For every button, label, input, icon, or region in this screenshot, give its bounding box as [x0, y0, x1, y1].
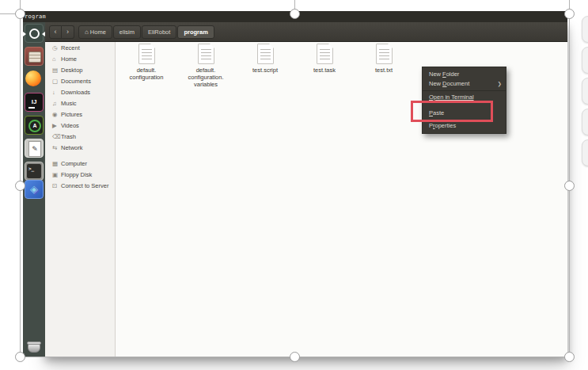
files-app-icon[interactable]: [25, 47, 44, 66]
menu-item-properties[interactable]: Properties: [423, 121, 506, 131]
breadcrumb: ⌂Home elisim EliRobot program: [78, 25, 215, 39]
sidebar-item-network[interactable]: ⇆Network: [45, 142, 115, 153]
selection-handle-middle-left[interactable]: [15, 181, 25, 191]
breadcrumb-item-elisim[interactable]: elisim: [113, 25, 141, 39]
back-button[interactable]: ‹: [49, 25, 62, 39]
text-file-icon: [257, 44, 274, 64]
toolbar-button-stub[interactable]: [582, 109, 588, 135]
breadcrumb-item-program[interactable]: program: [177, 25, 214, 39]
sidebar-item-recent[interactable]: ◷Recent: [45, 42, 115, 53]
selection-handle-top-left[interactable]: [15, 9, 25, 19]
firefox-icon[interactable]: [25, 70, 44, 89]
home-icon: ⌂: [85, 29, 89, 36]
sidebar-item-pictures[interactable]: ◉Pictures: [45, 109, 115, 120]
toolbar-button-stub[interactable]: [582, 139, 588, 166]
ubuntu-dash-icon[interactable]: [25, 24, 44, 43]
downloads-icon: ↓: [52, 89, 61, 96]
selection-handle-top-right[interactable]: [564, 9, 575, 19]
breadcrumb-item-elirobot[interactable]: EliRobot: [142, 25, 176, 39]
text-editor-icon[interactable]: ✎: [25, 139, 44, 158]
forward-button[interactable]: ›: [62, 25, 74, 39]
file-item-test-txt[interactable]: test.txt: [356, 44, 412, 88]
file-item-test-script[interactable]: test.script: [237, 44, 293, 88]
toolbar-button-stub[interactable]: [582, 16, 588, 43]
intellij-underline: [28, 107, 35, 109]
terminal-prompt-icon: >_: [27, 164, 41, 178]
cube-glyph-icon: ◈: [25, 181, 43, 198]
pictures-icon: ◉: [52, 111, 61, 118]
sidebar-item-downloads[interactable]: ↓Downloads: [45, 86, 115, 97]
window-headerbar: ‹ › ⌂Home elisim EliRobot program: [45, 22, 567, 42]
terminal-icon[interactable]: >_: [25, 162, 44, 181]
floppy-disk-icon: ▣: [52, 171, 61, 178]
server-icon: ⊡: [52, 182, 61, 189]
breadcrumb-label: Home: [90, 29, 106, 36]
launcher-dock: IJ A ✎ >_ ◈: [23, 22, 45, 357]
text-file-icon: [138, 44, 155, 64]
selection-handle-middle-right[interactable]: [564, 181, 575, 191]
annotation-highlight-box: [411, 101, 493, 122]
trash-body-icon: [28, 344, 40, 353]
computer-icon: ▦: [52, 160, 61, 167]
videos-icon: ▶: [52, 122, 61, 129]
sidebar-item-music[interactable]: ♫Music: [45, 97, 115, 109]
firefox-globe-icon: [25, 71, 41, 86]
recent-icon: ◷: [52, 44, 61, 51]
desktop-icon: ▤: [52, 67, 61, 74]
places-sidebar: ◷Recent ⌂Home ▤Desktop ▢Documents ↓Downl…: [45, 42, 116, 357]
selection-handle-bottom-right[interactable]: [564, 352, 575, 362]
ubuntu-ring-icon: [29, 29, 40, 39]
menu-separator: [423, 90, 506, 91]
selection-handle-top-center[interactable]: [290, 9, 300, 19]
trash-icon: ⌫: [52, 133, 61, 140]
screenshot-canvas: rogram IJ A ✎ >_ ◈ ‹ › ⌂Home elisim E: [0, 0, 588, 370]
file-item-test-task[interactable]: test.task: [297, 44, 352, 88]
sidebar-item-trash[interactable]: ⌫Trash: [45, 131, 115, 142]
text-file-icon: [317, 44, 333, 64]
breadcrumb-item-home[interactable]: ⌂Home: [78, 25, 112, 39]
file-item-default-configuration-variables[interactable]: default.configuration.variables: [178, 44, 233, 88]
network-icon: ⇆: [52, 144, 61, 151]
menu-item-new-document[interactable]: New Document❯: [423, 79, 506, 89]
text-file-icon: [376, 44, 393, 64]
blue-cube-app-icon[interactable]: ◈: [25, 180, 44, 199]
green-ring-icon: A: [28, 120, 41, 132]
file-cabinet-icon: [28, 51, 41, 63]
toolbar-button-stub[interactable]: [582, 47, 588, 74]
sidebar-item-floppy-disk[interactable]: ▣Floppy Disk: [45, 169, 115, 180]
nav-button-group: ‹ ›: [49, 25, 74, 39]
sidebar-item-connect-to-server[interactable]: ⊡Connect to Server: [45, 180, 115, 191]
sidebar-item-videos[interactable]: ▶Videos: [45, 120, 115, 131]
trash-dock-icon[interactable]: [26, 341, 42, 354]
selection-handle-bottom-center[interactable]: [290, 352, 300, 362]
sidebar-item-computer[interactable]: ▦Computer: [45, 158, 115, 169]
sidebar-item-documents[interactable]: ▢Documents: [45, 75, 115, 86]
sidebar-item-home[interactable]: ⌂Home: [45, 53, 115, 64]
toolbar-button-stub[interactable]: [582, 78, 588, 105]
music-icon: ♫: [52, 100, 61, 107]
home-icon: ⌂: [52, 55, 61, 63]
dock-focused-arrow-icon: [42, 32, 45, 36]
intellij-letters: IJ: [32, 98, 37, 105]
sidebar-item-desktop[interactable]: ▤Desktop: [45, 64, 115, 75]
green-a-app-icon[interactable]: A: [25, 116, 44, 135]
selection-handle-bottom-left[interactable]: [15, 352, 25, 362]
file-item-default-configuration[interactable]: default.configuration: [119, 44, 174, 88]
documents-icon: ▢: [52, 78, 61, 85]
intellij-idea-icon[interactable]: IJ: [25, 93, 44, 112]
submenu-arrow-icon: ❯: [498, 79, 502, 89]
pencil-page-icon: ✎: [28, 141, 41, 157]
text-file-icon: [198, 44, 214, 64]
menu-item-new-folder[interactable]: New Folder: [423, 70, 506, 79]
dock-running-arrow-icon: [23, 32, 26, 36]
